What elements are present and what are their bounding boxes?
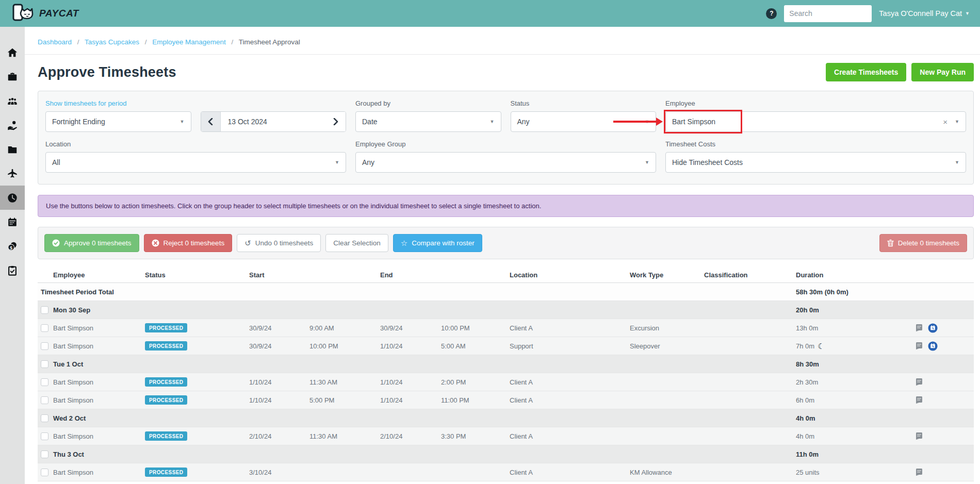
- breadcrumb-dashboard[interactable]: Dashboard: [38, 38, 72, 46]
- row-duration: 4h 0m: [796, 432, 814, 440]
- note-icon[interactable]: [915, 342, 923, 350]
- table-header-row: Employee Status Start End Location Work …: [38, 268, 974, 283]
- row-end-time: 10:00 PM: [441, 324, 510, 332]
- group-header-row[interactable]: Tue 1 Oct 8h 30m: [38, 355, 974, 373]
- timesheet-row[interactable]: Bart Simpson PROCESSED 30/9/24 10:00 PM …: [38, 337, 974, 355]
- note-icon[interactable]: [915, 378, 923, 386]
- action-bar: Approve 0 timesheets Reject 0 timesheets…: [38, 227, 974, 259]
- timesheet-costs-select[interactable]: Hide Timesheet Costs ▼: [665, 152, 966, 173]
- location-value: All: [52, 158, 60, 166]
- col-duration: Duration: [796, 271, 914, 279]
- row-checkbox[interactable]: [41, 469, 48, 476]
- group-header-row[interactable]: Thu 3 Oct 11h 0m: [38, 445, 974, 463]
- info-banner: Use the buttons below to action timeshee…: [38, 195, 974, 217]
- group-checkbox[interactable]: [41, 306, 48, 314]
- night-shift-icon: ☾: [818, 342, 824, 350]
- compare-with-roster-button[interactable]: ☆ Compare with roster: [393, 234, 482, 252]
- note-icon[interactable]: [915, 396, 923, 404]
- breadcrumb-employee-management[interactable]: Employee Management: [152, 38, 226, 46]
- col-location: Location: [510, 271, 630, 279]
- grouped-by-select[interactable]: Date ▼: [355, 111, 501, 132]
- col-work-type: Work Type: [630, 271, 704, 279]
- roster-icon[interactable]: [928, 323, 938, 333]
- brand-name: PAYCAT: [39, 8, 79, 19]
- previous-period-button[interactable]: [201, 112, 221, 131]
- col-status: Status: [145, 271, 249, 279]
- search-input[interactable]: [784, 5, 872, 22]
- row-checkbox[interactable]: [41, 396, 48, 404]
- sidebar-item-leave[interactable]: [0, 161, 25, 186]
- timesheet-row[interactable]: Bart Simpson PROCESSED 2/10/24 11:30 AM …: [38, 427, 974, 445]
- note-icon[interactable]: [915, 432, 923, 440]
- row-checkbox[interactable]: [41, 342, 48, 350]
- trash-icon: [887, 239, 894, 247]
- location-select[interactable]: All ▼: [45, 152, 346, 173]
- sidebar-item-timesheets-active[interactable]: [0, 186, 25, 210]
- note-icon[interactable]: [915, 324, 923, 332]
- row-start-date: 30/9/24: [249, 342, 309, 350]
- hand-coin-icon: [7, 120, 18, 131]
- sidebar-item-files[interactable]: [0, 137, 25, 161]
- group-checkbox[interactable]: [41, 360, 48, 368]
- note-icon[interactable]: [915, 468, 923, 476]
- status-select[interactable]: Any ▼: [511, 111, 657, 132]
- period-date-navigator: 13 Oct 2024: [201, 111, 347, 132]
- row-checkbox[interactable]: [41, 378, 48, 386]
- create-timesheets-button[interactable]: Create Timesheets: [826, 63, 906, 81]
- approve-timesheets-button[interactable]: Approve 0 timesheets: [44, 234, 139, 252]
- clear-selection-button[interactable]: Clear Selection: [325, 234, 388, 252]
- sidebar-item-tasks[interactable]: [0, 258, 25, 282]
- group-header-row[interactable]: Mon 30 Sep 20h 0m: [38, 301, 974, 319]
- user-name: Tasya O'Connell Pay Cat: [879, 9, 962, 18]
- period-type-select[interactable]: Fortnight Ending ▼: [45, 111, 191, 132]
- filter-panel: Show timesheets for period Fortnight End…: [38, 91, 974, 185]
- sidebar-item-home[interactable]: [0, 40, 25, 64]
- delete-timesheets-button[interactable]: Delete 0 timesheets: [879, 234, 967, 252]
- timesheet-row[interactable]: Bart Simpson PROCESSED 1/10/24 5:00 PM 1…: [38, 391, 974, 409]
- employee-select[interactable]: Bart Simpson × ▼: [665, 111, 966, 132]
- coins-icon: $: [7, 241, 18, 252]
- reject-timesheets-button[interactable]: Reject 0 timesheets: [144, 234, 233, 252]
- breadcrumb-separator: /: [77, 38, 79, 46]
- timesheet-row[interactable]: Bart Simpson PROCESSED 30/9/24 9:00 AM 3…: [38, 319, 974, 337]
- employee-group-value: Any: [362, 158, 374, 166]
- chevron-down-icon: ▼: [180, 119, 185, 124]
- group-checkbox[interactable]: [41, 414, 48, 422]
- sidebar-item-calendar[interactable]: [0, 210, 25, 234]
- sidebar-item-business[interactable]: [0, 64, 25, 89]
- group-date-label: Tue 1 Oct: [53, 360, 796, 368]
- status-badge: PROCESSED: [145, 341, 187, 351]
- chevron-down-icon: ▼: [490, 119, 495, 124]
- timesheet-row[interactable]: Bart Simpson PROCESSED 1/10/24 11:30 AM …: [38, 373, 974, 391]
- chevron-down-icon: ▼: [645, 119, 649, 124]
- row-checkbox[interactable]: [41, 324, 48, 332]
- help-icon[interactable]: ?: [766, 8, 777, 19]
- clear-employee-icon[interactable]: ×: [943, 118, 955, 126]
- chevron-down-icon: ▼: [955, 119, 959, 124]
- sidebar-item-employees[interactable]: [0, 89, 25, 113]
- row-end-date: 30/9/24: [380, 324, 441, 332]
- paycat-logo[interactable]: PAYCAT: [11, 3, 79, 24]
- sidebar-item-payroll[interactable]: [0, 113, 25, 137]
- group-header-row[interactable]: Wed 2 Oct 4h 0m: [38, 409, 974, 427]
- page-title: Approve Timesheets: [38, 64, 176, 80]
- row-status: PROCESSED: [145, 431, 249, 441]
- employee-value: Bart Simpson: [672, 118, 715, 126]
- next-period-button[interactable]: [326, 112, 346, 131]
- user-menu[interactable]: Tasya O'Connell Pay Cat ▼: [879, 9, 970, 18]
- row-duration: 25 units: [796, 469, 820, 476]
- row-checkbox[interactable]: [41, 432, 48, 440]
- timesheet-row[interactable]: Bart Simpson PROCESSED 3/10/24 Client A …: [38, 463, 974, 481]
- row-employee: Bart Simpson: [53, 324, 145, 332]
- row-start-time: 11:30 AM: [309, 432, 380, 440]
- sidebar-item-pay[interactable]: $: [0, 234, 25, 258]
- new-pay-run-button[interactable]: New Pay Run: [911, 63, 974, 81]
- roster-icon[interactable]: [928, 341, 938, 351]
- undo-timesheets-button[interactable]: ↺ Undo 0 timesheets: [237, 234, 321, 252]
- breadcrumb-company[interactable]: Tasyas Cupcakes: [85, 38, 139, 46]
- group-checkbox[interactable]: [41, 450, 48, 458]
- breadcrumb: Dashboard / Tasyas Cupcakes / Employee M…: [25, 27, 980, 55]
- col-end: End: [380, 271, 441, 279]
- employee-group-select[interactable]: Any ▼: [355, 152, 656, 173]
- group-date-label: Wed 2 Oct: [53, 414, 796, 422]
